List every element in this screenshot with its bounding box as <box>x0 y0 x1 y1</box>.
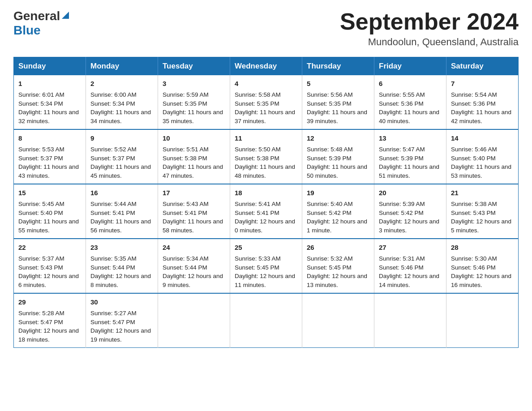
sunrise-text: Sunrise: 5:56 AM <box>307 91 353 98</box>
sunset-text: Sunset: 5:34 PM <box>18 100 63 107</box>
sunset-text: Sunset: 5:36 PM <box>451 100 496 107</box>
day-number: 11 <box>235 133 297 143</box>
sunrise-text: Sunrise: 5:46 AM <box>451 146 497 153</box>
sunset-text: Sunset: 5:43 PM <box>451 210 496 216</box>
calendar-week-row: 22Sunrise: 5:37 AMSunset: 5:43 PMDayligh… <box>14 239 519 293</box>
sunset-text: Sunset: 5:47 PM <box>18 319 63 325</box>
daylight-text: Daylight: 11 hours and 50 minutes. <box>307 163 367 179</box>
daylight-text: Daylight: 11 hours and 39 minutes. <box>307 109 367 124</box>
day-number: 18 <box>235 188 297 198</box>
calendar-table: SundayMondayTuesdayWednesdayThursdayFrid… <box>13 57 519 348</box>
calendar-cell: 21Sunrise: 5:38 AMSunset: 5:43 PMDayligh… <box>446 184 519 239</box>
daylight-text: Daylight: 11 hours and 58 minutes. <box>163 218 223 234</box>
sunrise-text: Sunrise: 5:32 AM <box>307 255 353 262</box>
day-number: 14 <box>451 133 514 143</box>
sunrise-text: Sunrise: 5:28 AM <box>18 310 64 317</box>
sunset-text: Sunset: 5:34 PM <box>90 100 135 107</box>
weekday-header-monday: Monday <box>86 57 158 76</box>
calendar-cell <box>446 293 519 348</box>
daylight-text: Daylight: 11 hours and 34 minutes. <box>90 109 151 124</box>
sunrise-text: Sunrise: 6:01 AM <box>18 91 64 98</box>
daylight-text: Daylight: 11 hours and 32 minutes. <box>18 109 79 124</box>
logo-blue-text: Blue <box>13 23 41 37</box>
calendar-cell: 2Sunrise: 6:00 AMSunset: 5:34 PMDaylight… <box>86 75 158 129</box>
calendar-cell: 23Sunrise: 5:35 AMSunset: 5:44 PMDayligh… <box>86 239 158 293</box>
calendar-cell <box>230 293 302 348</box>
month-title: September 2024 <box>340 9 519 34</box>
calendar-week-row: 8Sunrise: 5:53 AMSunset: 5:37 PMDaylight… <box>14 129 519 184</box>
sunset-text: Sunset: 5:45 PM <box>235 264 279 271</box>
day-number: 10 <box>163 133 225 143</box>
daylight-text: Daylight: 12 hours and 0 minutes. <box>235 218 295 234</box>
sunset-text: Sunset: 5:38 PM <box>163 155 207 162</box>
daylight-text: Daylight: 12 hours and 1 minute. <box>307 218 367 234</box>
calendar-cell: 27Sunrise: 5:31 AMSunset: 5:46 PMDayligh… <box>374 239 446 293</box>
sunrise-text: Sunrise: 5:34 AM <box>163 255 209 262</box>
logo-general-text: General <box>13 9 60 23</box>
weekday-header-wednesday: Wednesday <box>230 57 302 76</box>
calendar-cell <box>374 293 446 348</box>
calendar-cell: 22Sunrise: 5:37 AMSunset: 5:43 PMDayligh… <box>14 239 86 293</box>
weekday-header-thursday: Thursday <box>302 57 374 76</box>
sunrise-text: Sunrise: 5:54 AM <box>451 91 497 98</box>
calendar-cell: 16Sunrise: 5:44 AMSunset: 5:41 PMDayligh… <box>86 184 158 239</box>
day-number: 23 <box>90 243 153 253</box>
day-number: 22 <box>18 243 81 253</box>
calendar-cell: 12Sunrise: 5:48 AMSunset: 5:39 PMDayligh… <box>302 129 374 184</box>
sunrise-text: Sunrise: 5:27 AM <box>90 310 137 317</box>
day-number: 15 <box>18 188 81 198</box>
calendar-cell: 10Sunrise: 5:51 AMSunset: 5:38 PMDayligh… <box>158 129 230 184</box>
calendar-cell: 26Sunrise: 5:32 AMSunset: 5:45 PMDayligh… <box>302 239 374 293</box>
day-number: 3 <box>163 79 225 89</box>
day-number: 21 <box>451 188 514 198</box>
calendar-cell: 28Sunrise: 5:30 AMSunset: 5:46 PMDayligh… <box>446 239 519 293</box>
daylight-text: Daylight: 12 hours and 16 minutes. <box>451 273 511 288</box>
sunset-text: Sunset: 5:38 PM <box>235 155 279 162</box>
calendar-cell: 11Sunrise: 5:50 AMSunset: 5:38 PMDayligh… <box>230 129 302 184</box>
sunset-text: Sunset: 5:42 PM <box>379 210 424 216</box>
weekday-header-friday: Friday <box>374 57 446 76</box>
sunset-text: Sunset: 5:40 PM <box>18 210 63 216</box>
daylight-text: Daylight: 11 hours and 55 minutes. <box>18 218 79 234</box>
calendar-cell: 8Sunrise: 5:53 AMSunset: 5:37 PMDaylight… <box>14 129 86 184</box>
daylight-text: Daylight: 11 hours and 43 minutes. <box>18 163 79 179</box>
day-number: 29 <box>18 297 81 307</box>
sunset-text: Sunset: 5:39 PM <box>379 155 424 162</box>
day-number: 28 <box>451 243 514 253</box>
calendar-cell: 17Sunrise: 5:43 AMSunset: 5:41 PMDayligh… <box>158 184 230 239</box>
calendar-cell: 14Sunrise: 5:46 AMSunset: 5:40 PMDayligh… <box>446 129 519 184</box>
calendar-week-row: 29Sunrise: 5:28 AMSunset: 5:47 PMDayligh… <box>14 293 519 348</box>
svg-marker-0 <box>62 12 69 19</box>
day-number: 17 <box>163 188 225 198</box>
sunrise-text: Sunrise: 5:51 AM <box>163 146 209 153</box>
daylight-text: Daylight: 11 hours and 47 minutes. <box>163 163 223 179</box>
calendar-cell: 24Sunrise: 5:34 AMSunset: 5:44 PMDayligh… <box>158 239 230 293</box>
weekday-header-saturday: Saturday <box>446 57 519 76</box>
daylight-text: Daylight: 11 hours and 35 minutes. <box>163 109 223 124</box>
sunrise-text: Sunrise: 5:48 AM <box>307 146 353 153</box>
sunset-text: Sunset: 5:41 PM <box>90 210 135 216</box>
calendar-cell: 7Sunrise: 5:54 AMSunset: 5:36 PMDaylight… <box>446 75 519 129</box>
sunset-text: Sunset: 5:45 PM <box>307 264 352 271</box>
daylight-text: Daylight: 11 hours and 51 minutes. <box>379 163 439 179</box>
day-number: 5 <box>307 79 369 89</box>
sunset-text: Sunset: 5:39 PM <box>307 155 352 162</box>
calendar-cell: 29Sunrise: 5:28 AMSunset: 5:47 PMDayligh… <box>14 293 86 348</box>
sunrise-text: Sunrise: 5:50 AM <box>235 146 281 153</box>
day-number: 12 <box>307 133 369 143</box>
daylight-text: Daylight: 11 hours and 45 minutes. <box>90 163 151 179</box>
sunrise-text: Sunrise: 5:47 AM <box>379 146 425 153</box>
calendar-week-row: 15Sunrise: 5:45 AMSunset: 5:40 PMDayligh… <box>14 184 519 239</box>
sunset-text: Sunset: 5:37 PM <box>90 155 135 162</box>
daylight-text: Daylight: 12 hours and 8 minutes. <box>90 273 151 288</box>
calendar-cell: 3Sunrise: 5:59 AMSunset: 5:35 PMDaylight… <box>158 75 230 129</box>
sunrise-text: Sunrise: 5:55 AM <box>379 91 425 98</box>
sunset-text: Sunset: 5:41 PM <box>163 210 207 216</box>
sunrise-text: Sunrise: 5:35 AM <box>90 255 137 262</box>
sunrise-text: Sunrise: 5:40 AM <box>307 201 353 207</box>
daylight-text: Daylight: 12 hours and 6 minutes. <box>18 273 79 288</box>
day-number: 9 <box>90 133 153 143</box>
sunset-text: Sunset: 5:36 PM <box>379 100 424 107</box>
calendar-cell: 13Sunrise: 5:47 AMSunset: 5:39 PMDayligh… <box>374 129 446 184</box>
sunset-text: Sunset: 5:35 PM <box>307 100 352 107</box>
